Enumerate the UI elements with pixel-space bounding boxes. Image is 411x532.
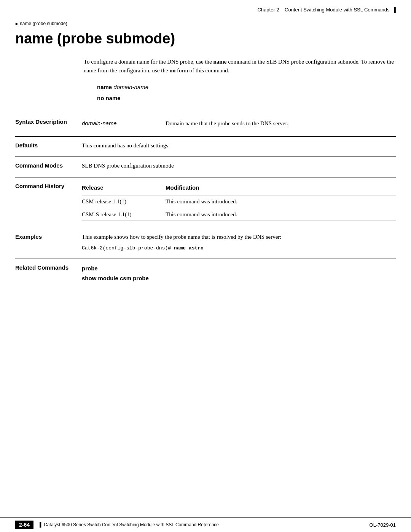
history-header-row: Release Modification [82, 182, 396, 195]
main-content: name (probe submode) To configure a doma… [0, 15, 411, 320]
col-modification: Modification [158, 182, 396, 195]
syntax-lines: name domain-name no name [97, 84, 396, 101]
intro-paragraph: To configure a domain name for the DNS p… [84, 58, 396, 75]
command-history-content: Release Modification CSM release 1.1(1)T… [82, 182, 396, 221]
command-modes-section: Command Modes SLB DNS probe configuratio… [15, 157, 396, 177]
related-commands-content: probeshow module csm probe [82, 264, 396, 283]
command-history-label: Command History [15, 182, 82, 221]
table-row: CSM release 1.1(1)This command was intro… [82, 195, 396, 208]
examples-section: Examples This example shows how to speci… [15, 228, 396, 259]
syntax-param: domain-name [82, 118, 158, 129]
related-commands-label: Related Commands [15, 264, 82, 283]
footer-left: 2-64 ▐ Catalyst 6500 Series Switch Conte… [15, 521, 219, 529]
defaults-label: Defaults [15, 141, 82, 150]
page-header: Chapter 2 Content Switching Module with … [0, 0, 411, 15]
defaults-section: Defaults This command has no default set… [15, 136, 396, 157]
page-title: name (probe submode) [15, 30, 396, 47]
related-command-item: probe [82, 264, 396, 273]
command-modes-label: Command Modes [15, 161, 82, 170]
col-release: Release [82, 182, 158, 195]
table-row: domain-name Domain name that the probe s… [82, 118, 396, 129]
table-row: CSM-S release 1.1(1)This command was int… [82, 208, 396, 221]
syntax-description-content: domain-name Domain name that the probe s… [82, 118, 396, 129]
command-history-section: Command History Release Modification CSM… [15, 177, 396, 228]
examples-content: This example shows how to specify the pr… [82, 233, 396, 252]
header-breadcrumb: name (probe submode) [15, 21, 67, 26]
examples-label: Examples [15, 233, 82, 252]
page-footer: 2-64 ▐ Catalyst 6500 Series Switch Conte… [0, 517, 411, 532]
examples-text: This example shows how to specify the pr… [82, 233, 396, 241]
chapter-num: Chapter 2 [257, 7, 279, 13]
syntax-line-2: no name [97, 95, 396, 101]
code-cmd: name astro [174, 245, 204, 251]
chapter-title: Content Switching Module with SSL Comman… [285, 7, 390, 13]
syntax-description-label: Syntax Description [15, 118, 82, 129]
related-command-item: show module csm probe [82, 273, 396, 283]
release-cell: CSM-S release 1.1(1) [82, 208, 158, 221]
syntax-desc-table: domain-name Domain name that the probe s… [82, 118, 396, 129]
page-container: Chapter 2 Content Switching Module with … [0, 0, 411, 532]
related-commands-list: probeshow module csm probe [82, 264, 396, 283]
related-commands-section: Related Commands probeshow module csm pr… [15, 259, 396, 290]
example-code: Cat6k-2(config-slb-probe-dns)# name astr… [82, 244, 396, 252]
page-number: 2-64 [15, 521, 33, 529]
command-modes-content: SLB DNS probe configuration submode [82, 161, 396, 170]
syntax-desc: Domain name that the probe sends to the … [158, 118, 396, 129]
header-chapter: Chapter 2 Content Switching Module with … [257, 7, 396, 13]
release-cell: CSM release 1.1(1) [82, 195, 158, 208]
syntax-description-section: Syntax Description domain-name Domain na… [15, 113, 396, 136]
footer-title: ▐ Catalyst 6500 Series Switch Content Sw… [38, 522, 219, 527]
defaults-content: This command has no default settings. [82, 141, 396, 150]
code-prefix: Cat6k-2(config-slb-probe-dns)# [82, 245, 174, 251]
footer-doc-num: OL-7029-01 [370, 522, 396, 528]
history-table: Release Modification CSM release 1.1(1)T… [82, 182, 396, 221]
intro-section: To configure a domain name for the DNS p… [84, 58, 396, 75]
footer-title-text: Catalyst 6500 Series Switch Content Swit… [44, 522, 219, 527]
modification-cell: This command was introduced. [158, 195, 396, 208]
syntax-line-1: name domain-name [97, 84, 396, 90]
modification-cell: This command was introduced. [158, 208, 396, 221]
